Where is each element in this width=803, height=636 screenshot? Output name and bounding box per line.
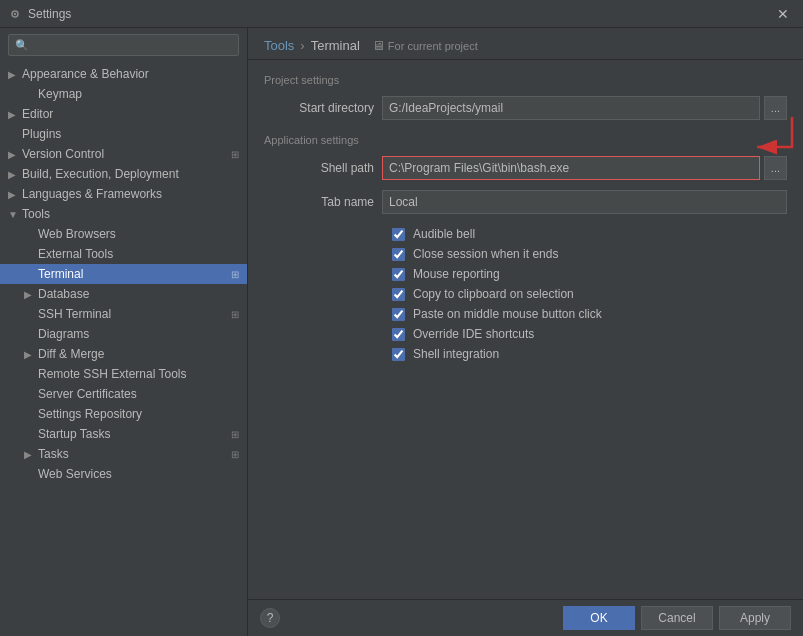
sidebar-item-label: SSH Terminal: [38, 307, 227, 321]
app-section-label: Application settings: [264, 134, 787, 146]
start-directory-input-wrap: ...: [382, 96, 787, 120]
checkbox-label-override-ide: Override IDE shortcuts: [413, 327, 534, 341]
item-badge: ⊞: [231, 429, 239, 440]
content-pane: Tools › Terminal 🖥 For current project P…: [248, 28, 803, 636]
breadcrumb-tools: Tools: [264, 38, 294, 53]
content-header: Tools › Terminal 🖥 For current project: [248, 28, 803, 60]
sidebar-item-label: Build, Execution, Deployment: [22, 167, 239, 181]
sidebar-item-web-browsers[interactable]: Web Browsers: [0, 224, 247, 244]
sidebar-item-label: Plugins: [22, 127, 239, 141]
sidebar-item-appearance[interactable]: ▶ Appearance & Behavior: [0, 64, 247, 84]
sidebar-item-plugins[interactable]: Plugins: [0, 124, 247, 144]
ok-button[interactable]: OK: [563, 606, 635, 630]
arrow-icon: ▶: [8, 109, 22, 120]
sidebar-tree: ▶ Appearance & Behavior Keymap ▶ Editor …: [0, 62, 247, 636]
checkbox-mouse-reporting[interactable]: [392, 268, 405, 281]
title-bar: Settings ✕: [0, 0, 803, 28]
sidebar-item-label: Settings Repository: [38, 407, 239, 421]
checkbox-label-audible-bell: Audible bell: [413, 227, 475, 241]
sidebar-item-terminal[interactable]: Terminal ⊞: [0, 264, 247, 284]
window-title: Settings: [28, 7, 71, 21]
checkbox-paste-middle[interactable]: [392, 308, 405, 321]
checkbox-label-shell-integration: Shell integration: [413, 347, 499, 361]
start-directory-label: Start directory: [264, 101, 374, 115]
search-icon: 🔍: [15, 39, 29, 52]
sidebar-item-web-services[interactable]: Web Services: [0, 464, 247, 484]
svg-point-1: [14, 12, 16, 14]
checkbox-shell-integration[interactable]: [392, 348, 405, 361]
sidebar: 🔍 ▶ Appearance & Behavior Keymap ▶ Edito…: [0, 28, 248, 636]
sidebar-item-build[interactable]: ▶ Build, Execution, Deployment: [0, 164, 247, 184]
help-button[interactable]: ?: [260, 608, 280, 628]
checkbox-close-session[interactable]: [392, 248, 405, 261]
sidebar-item-external-tools[interactable]: External Tools: [0, 244, 247, 264]
item-badge: ⊞: [231, 269, 239, 280]
cancel-button[interactable]: Cancel: [641, 606, 713, 630]
sidebar-item-label: Languages & Frameworks: [22, 187, 239, 201]
start-directory-row: Start directory ...: [264, 96, 787, 120]
sidebar-item-label: Database: [38, 287, 239, 301]
checkbox-audible-bell[interactable]: [392, 228, 405, 241]
shell-path-browse-button[interactable]: ...: [764, 156, 787, 180]
sidebar-item-keymap[interactable]: Keymap: [0, 84, 247, 104]
settings-icon: [8, 7, 22, 21]
tab-name-label: Tab name: [264, 195, 374, 209]
sidebar-item-label: Editor: [22, 107, 239, 121]
breadcrumb-sep: ›: [300, 38, 304, 53]
checkbox-row-close-session: Close session when it ends: [264, 244, 787, 264]
sidebar-item-label: Terminal: [38, 267, 227, 281]
sidebar-item-label: Diff & Merge: [38, 347, 239, 361]
checkbox-row-audible-bell: Audible bell: [264, 224, 787, 244]
sidebar-item-tools[interactable]: ▼ Tools: [0, 204, 247, 224]
start-directory-browse-button[interactable]: ...: [764, 96, 787, 120]
sidebar-item-label: Web Services: [38, 467, 239, 481]
sidebar-item-ssh-terminal[interactable]: SSH Terminal ⊞: [0, 304, 247, 324]
sidebar-item-label: External Tools: [38, 247, 239, 261]
sidebar-item-settings-repo[interactable]: Settings Repository: [0, 404, 247, 424]
checkbox-row-shell-integration: Shell integration: [264, 344, 787, 364]
sidebar-item-version-control[interactable]: ▶ Version Control ⊞: [0, 144, 247, 164]
checkbox-label-mouse-reporting: Mouse reporting: [413, 267, 500, 281]
shell-path-input[interactable]: [382, 156, 760, 180]
main-layout: 🔍 ▶ Appearance & Behavior Keymap ▶ Edito…: [0, 28, 803, 636]
sidebar-item-label: Remote SSH External Tools: [38, 367, 239, 381]
search-input[interactable]: [33, 38, 232, 52]
sidebar-item-label: Appearance & Behavior: [22, 67, 239, 81]
sidebar-item-diff-merge[interactable]: ▶ Diff & Merge: [0, 344, 247, 364]
checkbox-label-paste-middle: Paste on middle mouse button click: [413, 307, 602, 321]
tab-name-input[interactable]: [382, 190, 787, 214]
sidebar-item-database[interactable]: ▶ Database: [0, 284, 247, 304]
sidebar-item-server-certs[interactable]: Server Certificates: [0, 384, 247, 404]
tab-name-row: Tab name: [264, 190, 787, 214]
sidebar-item-startup-tasks[interactable]: Startup Tasks ⊞: [0, 424, 247, 444]
shell-path-input-wrap: ...: [382, 156, 787, 180]
arrow-icon: ▼: [8, 209, 22, 220]
arrow-icon: ▶: [24, 289, 38, 300]
apply-button[interactable]: Apply: [719, 606, 791, 630]
sidebar-item-editor[interactable]: ▶ Editor: [0, 104, 247, 124]
sidebar-item-label: Tasks: [38, 447, 227, 461]
arrow-icon: ▶: [8, 69, 22, 80]
checkbox-copy-clipboard[interactable]: [392, 288, 405, 301]
item-badge: ⊞: [231, 309, 239, 320]
search-box[interactable]: 🔍: [8, 34, 239, 56]
breadcrumb-terminal: Terminal: [311, 38, 360, 53]
sidebar-item-diagrams[interactable]: Diagrams: [0, 324, 247, 344]
arrow-icon: ▶: [8, 149, 22, 160]
sidebar-item-label: Version Control: [22, 147, 227, 161]
sidebar-item-label: Tools: [22, 207, 239, 221]
tab-name-input-wrap: [382, 190, 787, 214]
sidebar-item-languages[interactable]: ▶ Languages & Frameworks: [0, 184, 247, 204]
arrow-icon: ▶: [8, 189, 22, 200]
close-button[interactable]: ✕: [771, 4, 795, 24]
start-directory-input[interactable]: [382, 96, 760, 120]
shell-path-label: Shell path: [264, 161, 374, 175]
bottom-bar: ? OK Cancel Apply: [248, 599, 803, 636]
item-badge: ⊞: [231, 449, 239, 460]
sidebar-item-remote-ssh[interactable]: Remote SSH External Tools: [0, 364, 247, 384]
arrow-icon: ▶: [24, 349, 38, 360]
sidebar-item-label: Keymap: [38, 87, 239, 101]
checkbox-override-ide[interactable]: [392, 328, 405, 341]
checkbox-row-copy-clipboard: Copy to clipboard on selection: [264, 284, 787, 304]
sidebar-item-tasks[interactable]: ▶ Tasks ⊞: [0, 444, 247, 464]
